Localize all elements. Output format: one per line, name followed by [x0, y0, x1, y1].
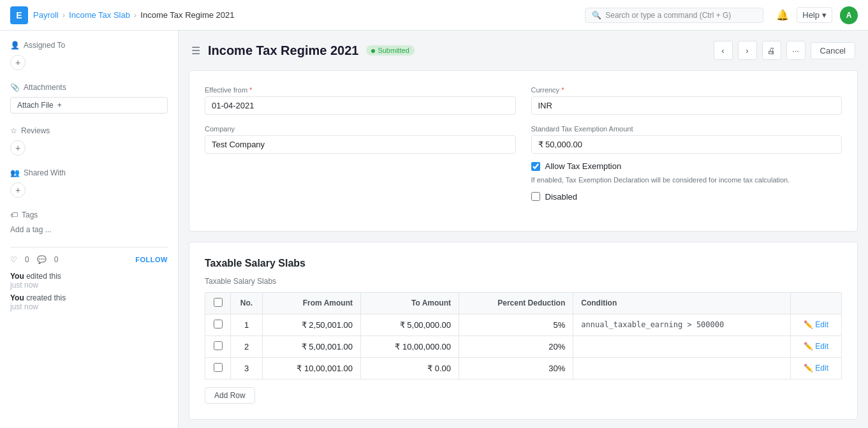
table-row: 1 ₹ 2,50,001.00 ₹ 5,00,000.00 5% annual_…: [205, 314, 842, 336]
row-percent-0: 5%: [459, 314, 573, 336]
star-icon: ☆: [10, 126, 17, 135]
search-bar[interactable]: 🔍 Search or type a command (Ctrl + G): [585, 8, 763, 23]
effective-from-group: Effective from *: [205, 86, 516, 115]
activity-user-2: You: [10, 293, 24, 302]
add-tag-link[interactable]: Add a tag ...: [10, 225, 52, 234]
activity-action-1: edited this: [26, 272, 61, 281]
breadcrumb-current: Income Tax Regime 2021: [140, 10, 234, 20]
disabled-label: Disabled: [545, 192, 578, 202]
breadcrumb-sep-1: ›: [63, 10, 65, 20]
cancel-button[interactable]: Cancel: [811, 42, 855, 59]
col-checkbox: [205, 292, 231, 314]
currency-label: Currency *: [531, 86, 842, 94]
disabled-checkbox[interactable]: [531, 192, 540, 201]
chevron-down-icon: ▾: [822, 10, 827, 20]
currency-group: Currency *: [531, 86, 842, 115]
row-from-2: ₹ 10,00,001.00: [263, 357, 361, 379]
currency-input[interactable]: [531, 96, 842, 115]
page-container: 👤 Assigned To + 📎 Attachments Attach Fil…: [0, 31, 868, 428]
company-input[interactable]: [205, 135, 516, 154]
search-icon: 🔍: [592, 11, 601, 20]
col-from-amount: From Amount: [263, 292, 361, 314]
row-checkbox-0[interactable]: [214, 320, 223, 328]
standard-tax-input[interactable]: [531, 135, 842, 154]
avatar[interactable]: A: [840, 6, 858, 24]
company-label: Company: [205, 125, 516, 133]
prev-button[interactable]: ‹: [714, 41, 733, 60]
add-assigned-button[interactable]: +: [10, 55, 26, 70]
page-header: ☰ Income Tax Regime 2021 Submitted ‹ › 🖨…: [189, 41, 858, 60]
row-percent-2: 30%: [459, 357, 573, 379]
table-header-row: No. From Amount To Amount Percent Deduct…: [205, 292, 842, 314]
select-all-checkbox[interactable]: [214, 298, 223, 307]
print-button[interactable]: 🖨: [762, 41, 781, 60]
disabled-row: Disabled: [531, 192, 842, 202]
shared-with-section: 👥 Shared With +: [10, 168, 168, 198]
allow-tax-label: Allow Tax Exemption: [545, 161, 622, 171]
next-button[interactable]: ›: [738, 41, 757, 60]
attach-label: Attach File: [17, 101, 54, 110]
activity-bar: ♡ 0 💬 0 FOLLOW: [10, 255, 168, 264]
row-condition-0: annual_taxable_earning > 500000: [573, 314, 791, 336]
shared-with-title: 👥 Shared With: [10, 168, 168, 177]
row-to-2: ₹ 0.00: [360, 357, 459, 379]
activity-user-1: You: [10, 272, 24, 281]
add-shared-button[interactable]: +: [10, 182, 26, 198]
edit-button-0[interactable]: ✏️ Edit: [798, 320, 834, 329]
row-to-0: ₹ 5,00,000.00: [360, 314, 459, 336]
salary-slabs-table: No. From Amount To Amount Percent Deduct…: [205, 292, 842, 380]
allow-tax-row: Allow Tax Exemption: [531, 161, 842, 171]
tags-section: 🏷 Tags Add a tag ...: [10, 210, 168, 234]
row-action-2: ✏️ Edit: [791, 357, 842, 379]
row-to-1: ₹ 10,00,000.00: [360, 336, 459, 357]
table-row: 3 ₹ 10,00,001.00 ₹ 0.00 30% ✏️ Edit: [205, 357, 842, 379]
app-logo: E: [10, 6, 28, 24]
standard-tax-group: Standard Tax Exemption Amount Allow Tax …: [531, 125, 842, 205]
row-checkbox-cell: [205, 314, 231, 336]
allow-tax-checkbox[interactable]: [531, 162, 540, 171]
notification-bell-icon[interactable]: 🔔: [776, 9, 789, 21]
breadcrumb-payroll[interactable]: Payroll: [33, 10, 59, 20]
breadcrumb: Payroll › Income Tax Slab › Income Tax R…: [33, 10, 235, 20]
row-from-1: ₹ 5,00,001.00: [263, 336, 361, 357]
form-row-1: Effective from * Currency *: [205, 86, 842, 115]
currency-required-star: *: [561, 86, 564, 94]
row-checkbox-2[interactable]: [214, 363, 223, 372]
more-options-button[interactable]: ···: [786, 41, 805, 60]
row-percent-1: 20%: [459, 336, 573, 357]
edit-button-2[interactable]: ✏️ Edit: [798, 364, 834, 373]
activity-action-2: created this: [26, 293, 66, 302]
topbar-right: 🔔 Help ▾ A: [776, 6, 858, 24]
row-no-1: 2: [231, 336, 263, 357]
effective-from-input[interactable]: [205, 96, 516, 115]
help-button[interactable]: Help ▾: [797, 7, 832, 23]
row-action-0: ✏️ Edit: [791, 314, 842, 336]
sidebar: 👤 Assigned To + 📎 Attachments Attach Fil…: [0, 31, 179, 428]
comments-count: 0: [54, 255, 59, 264]
page-title: Income Tax Regime 2021: [208, 43, 358, 58]
add-row-button[interactable]: Add Row: [205, 387, 255, 404]
reviews-title: ☆ Reviews: [10, 126, 168, 135]
col-condition: Condition: [573, 292, 791, 314]
table-card: Taxable Salary Slabs Taxable Salary Slab…: [189, 242, 858, 420]
edit-button-1[interactable]: ✏️ Edit: [798, 342, 834, 351]
row-no-0: 1: [231, 314, 263, 336]
add-review-button[interactable]: +: [10, 140, 26, 156]
plus-icon: +: [57, 101, 62, 110]
attachments-section: 📎 Attachments Attach File +: [10, 83, 168, 114]
effective-from-label: Effective from *: [205, 86, 516, 94]
row-action-1: ✏️ Edit: [791, 336, 842, 357]
required-star: *: [249, 86, 252, 94]
row-condition-1: [573, 336, 791, 357]
standard-tax-label: Standard Tax Exemption Amount: [531, 125, 842, 133]
status-badge: Submitted: [366, 45, 415, 55]
tag-icon: 🏷: [10, 210, 18, 219]
reviews-section: ☆ Reviews +: [10, 126, 168, 156]
breadcrumb-income-tax-slab[interactable]: Income Tax Slab: [69, 10, 130, 20]
follow-button[interactable]: FOLLOW: [135, 256, 168, 263]
menu-icon[interactable]: ☰: [191, 45, 200, 57]
row-checkbox-1[interactable]: [214, 341, 223, 350]
row-no-2: 3: [231, 357, 263, 379]
attach-file-button[interactable]: Attach File +: [10, 97, 168, 114]
col-no: No.: [231, 292, 263, 314]
